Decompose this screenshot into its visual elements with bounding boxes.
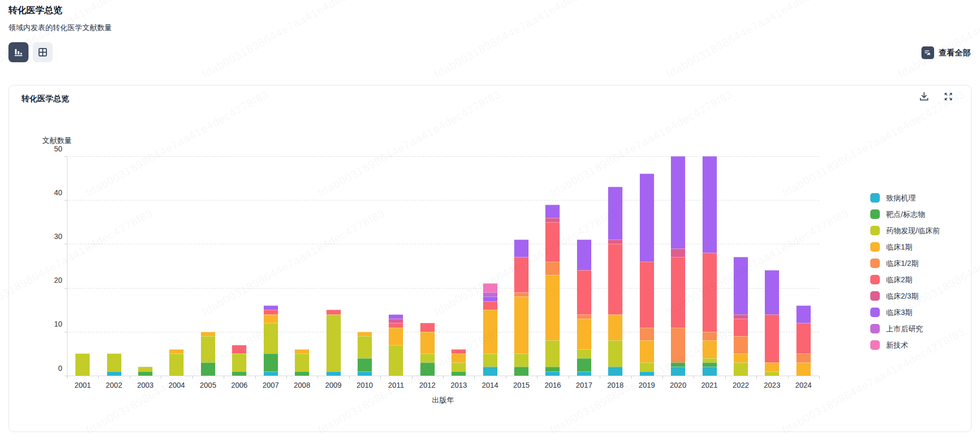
segment-2001-药物发现/临床前[interactable] <box>75 353 90 376</box>
bar-2006[interactable] <box>232 156 246 376</box>
segment-2019-临床2期[interactable] <box>640 262 654 328</box>
segment-2012-临床2期[interactable] <box>420 323 435 332</box>
segment-2008-靶点/标志物[interactable] <box>295 371 309 376</box>
segment-2006-靶点/标志物[interactable] <box>232 371 246 376</box>
segment-2014-临床2期[interactable] <box>483 301 497 310</box>
segment-2011-临床1期[interactable] <box>389 328 403 345</box>
segment-2020-临床3期[interactable] <box>671 156 685 248</box>
segment-2015-药物发现/临床前[interactable] <box>514 353 529 367</box>
chart-view-toggle[interactable] <box>8 42 28 62</box>
segment-2009-临床2期[interactable] <box>326 310 341 314</box>
segment-2005-药物发现/临床前[interactable] <box>201 336 215 362</box>
segment-2016-临床2/3期[interactable] <box>545 218 560 222</box>
segment-2004-药物发现/临床前[interactable] <box>169 353 184 376</box>
segment-2008-临床1期[interactable] <box>295 349 309 353</box>
bar-2022[interactable] <box>734 156 748 376</box>
bar-2017[interactable] <box>577 156 591 376</box>
segment-2022-临床1期[interactable] <box>734 353 748 362</box>
segment-2010-临床1期[interactable] <box>358 332 372 336</box>
segment-2020-临床1/2期[interactable] <box>671 328 685 363</box>
segment-2007-临床3期[interactable] <box>264 305 278 310</box>
legend-item-临床2/3期[interactable]: 临床2/3期 <box>870 291 940 301</box>
segment-2017-临床1期[interactable] <box>577 319 591 349</box>
segment-2020-致病机理[interactable] <box>671 367 685 376</box>
segment-2022-药物发现/临床前[interactable] <box>734 362 748 376</box>
segment-2022-临床1/2期[interactable] <box>734 336 748 353</box>
segment-2014-致病机理[interactable] <box>483 367 497 376</box>
segment-2022-临床2/3期[interactable] <box>734 314 748 319</box>
segment-2018-临床2/3期[interactable] <box>608 240 622 244</box>
segment-2015-临床3期[interactable] <box>514 240 529 257</box>
segment-2016-致病机理[interactable] <box>545 371 560 376</box>
segment-2012-靶点/标志物[interactable] <box>420 362 435 376</box>
segment-2013-临床2期[interactable] <box>451 349 466 353</box>
segment-2021-致病机理[interactable] <box>703 367 717 376</box>
bar-2005[interactable] <box>201 156 215 376</box>
segment-2007-临床1期[interactable] <box>264 314 278 323</box>
segment-2002-致病机理[interactable] <box>107 371 121 376</box>
segment-2023-药物发现/临床前[interactable] <box>765 371 779 376</box>
segment-2020-临床2/3期[interactable] <box>671 248 685 257</box>
segment-2023-临床1期[interactable] <box>765 362 779 371</box>
segment-2016-临床3期[interactable] <box>545 205 560 218</box>
segment-2018-临床1期[interactable] <box>608 314 622 341</box>
legend-item-上市后研究[interactable]: 上市后研究 <box>870 324 940 333</box>
bar-2007[interactable] <box>264 156 278 376</box>
segment-2016-临床1期[interactable] <box>545 275 560 341</box>
segment-2020-临床2期[interactable] <box>671 257 685 327</box>
segment-2016-临床2期[interactable] <box>545 222 560 262</box>
segment-2009-药物发现/临床前[interactable] <box>326 314 341 371</box>
legend-item-临床2期[interactable]: 临床2期 <box>870 275 940 284</box>
segment-2013-临床1期[interactable] <box>451 353 466 362</box>
segment-2019-临床1期[interactable] <box>640 340 654 362</box>
segment-2024-临床1/2期[interactable] <box>796 353 811 362</box>
segment-2013-靶点/标志物[interactable] <box>451 371 466 376</box>
legend-item-临床1期[interactable]: 临床1期 <box>870 242 940 252</box>
segment-2021-临床3期[interactable] <box>703 156 717 253</box>
bar-2019[interactable] <box>640 156 654 376</box>
segment-2021-临床1/2期[interactable] <box>703 332 717 341</box>
segment-2015-临床1/2期[interactable] <box>514 292 529 296</box>
bar-2008[interactable] <box>295 156 309 376</box>
segment-2012-临床1期[interactable] <box>420 332 435 354</box>
segment-2023-临床3期[interactable] <box>765 270 779 314</box>
table-view-toggle[interactable] <box>33 42 53 62</box>
bar-2023[interactable] <box>765 156 779 376</box>
segment-2019-致病机理[interactable] <box>640 371 654 376</box>
segment-2006-药物发现/临床前[interactable] <box>232 353 246 371</box>
segment-2011-药物发现/临床前[interactable] <box>389 345 403 376</box>
segment-2007-药物发现/临床前[interactable] <box>264 323 278 353</box>
segment-2019-药物发现/临床前[interactable] <box>640 362 654 371</box>
segment-2007-致病机理[interactable] <box>264 371 278 376</box>
bar-2020[interactable] <box>671 156 685 376</box>
bar-2024[interactable] <box>796 156 811 376</box>
segment-2015-临床2期[interactable] <box>514 257 529 292</box>
bar-2012[interactable] <box>420 156 435 376</box>
segment-2017-临床1/2期[interactable] <box>577 314 591 319</box>
segment-2013-药物发现/临床前[interactable] <box>451 362 466 371</box>
bar-2011[interactable] <box>389 156 403 376</box>
segment-2012-药物发现/临床前[interactable] <box>420 353 435 362</box>
segment-2014-临床1期[interactable] <box>483 310 497 353</box>
segment-2016-药物发现/临床前[interactable] <box>545 340 560 367</box>
segment-2019-临床3期[interactable] <box>640 174 654 261</box>
segment-2015-临床1期[interactable] <box>514 296 529 353</box>
view-all-button[interactable]: 查看全部 <box>921 46 971 59</box>
segment-2010-靶点/标志物[interactable] <box>358 358 372 371</box>
segment-2014-临床3期[interactable] <box>483 296 497 301</box>
segment-2017-致病机理[interactable] <box>577 371 591 376</box>
segment-2002-药物发现/临床前[interactable] <box>107 353 121 371</box>
legend-item-新技术[interactable]: 新技术 <box>870 340 940 350</box>
segment-2019-临床1/2期[interactable] <box>640 328 654 341</box>
segment-2021-临床1期[interactable] <box>703 340 717 358</box>
bar-2002[interactable] <box>107 156 121 376</box>
legend-item-临床1/2期[interactable]: 临床1/2期 <box>870 259 940 268</box>
segment-2016-临床1/2期[interactable] <box>545 262 560 275</box>
legend-item-靶点/标志物[interactable]: 靶点/标志物 <box>870 209 940 219</box>
bar-2016[interactable] <box>545 156 560 376</box>
segment-2021-药物发现/临床前[interactable] <box>703 358 717 362</box>
segment-2017-药物发现/临床前[interactable] <box>577 349 591 358</box>
segment-2018-临床2期[interactable] <box>608 244 622 314</box>
segment-2005-靶点/标志物[interactable] <box>201 362 215 376</box>
bar-2010[interactable] <box>358 156 372 376</box>
